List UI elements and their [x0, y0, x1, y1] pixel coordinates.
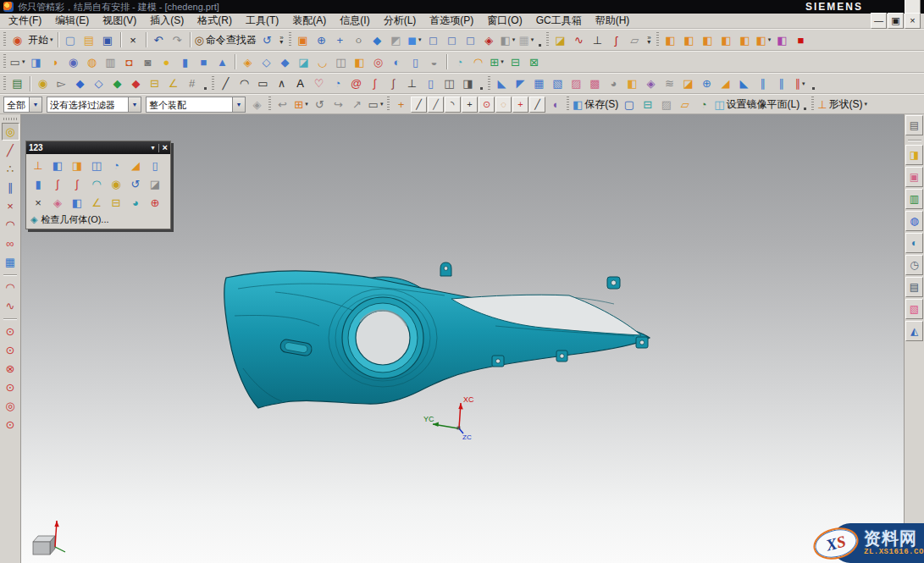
palette-item-examine-geometry[interactable]: ◈ 检查几何体(O)...	[26, 213, 170, 229]
cone-button[interactable]: ▲	[213, 53, 231, 71]
menu-tools[interactable]: 工具(T)	[239, 14, 285, 28]
redo-button[interactable]: ↷	[169, 31, 186, 49]
angle-dimension-button[interactable]: ∠	[164, 75, 182, 92]
palette-fan-button[interactable]: ◔	[107, 157, 125, 174]
menu-file[interactable]: 文件(F)	[2, 14, 48, 28]
move-object-button[interactable]: ◔	[694, 96, 712, 113]
snap-point-on-curve-toggle[interactable]: ╱	[529, 97, 545, 113]
sketch-task-environment-button[interactable]: ▤	[8, 75, 26, 92]
mirror-assembly-button[interactable]: ◧	[717, 31, 735, 49]
sheet-flip-button[interactable]: ◫	[440, 75, 458, 92]
rotate-button[interactable]: ○	[350, 31, 368, 49]
boss-button[interactable]: ◍	[83, 53, 101, 71]
display-mode-button[interactable]: ▢	[620, 96, 638, 113]
point-button[interactable]: ⊥	[403, 75, 421, 92]
circle-tool-2-button[interactable]: ⊙	[2, 341, 19, 359]
open-file-button[interactable]: ▤	[80, 31, 98, 49]
offset-surface-button[interactable]: ◎	[369, 53, 387, 71]
cylinder-button[interactable]: ▮	[176, 53, 194, 71]
fit-window-button[interactable]: ▣	[294, 31, 312, 49]
reorient-view-button[interactable]: ↺	[258, 31, 276, 49]
snap-midpoint-toggle[interactable]: ╱	[428, 97, 444, 113]
toolbar-grip[interactable]	[811, 97, 814, 112]
helix-button[interactable]: @	[347, 75, 365, 92]
bounded-plane-button[interactable]: ▨	[567, 75, 585, 92]
wireframe-dim-button[interactable]: ◻	[424, 31, 442, 49]
new-file-button[interactable]: ▢	[62, 31, 80, 49]
move-component-button[interactable]: ◧	[661, 31, 679, 49]
graphics-window[interactable]: XC YC ZC 123 ▾	[21, 114, 904, 563]
palette-pad-button[interactable]: ⊥	[29, 157, 47, 174]
polyline-button[interactable]: ∧	[273, 75, 290, 92]
delete-button[interactable]: ×	[124, 31, 142, 49]
offset-sheet-button[interactable]: ≋	[661, 75, 678, 92]
wireframe-all-button[interactable]: ◻	[443, 31, 461, 49]
pattern-component-button[interactable]: ◧	[699, 31, 717, 49]
palette-bridge-button[interactable]: ◠	[87, 175, 106, 193]
spline-2-button[interactable]: ∫	[385, 75, 402, 92]
undo-button[interactable]: ↶	[150, 31, 168, 49]
display-red-cube-button[interactable]: ■	[792, 31, 810, 49]
snap-point-add-button[interactable]: ⊞▾	[292, 96, 310, 113]
draft-button[interactable]: ▯	[407, 53, 424, 71]
dimension-button[interactable]: ⊟	[146, 75, 163, 92]
redo-pick-button[interactable]: ↪	[329, 96, 347, 113]
split-body-button[interactable]: ◧	[351, 53, 368, 71]
flag-green-button[interactable]: ◆	[108, 75, 126, 92]
menu-view[interactable]: 视图(V)	[96, 14, 143, 28]
arc-button[interactable]: ◠	[235, 75, 253, 92]
type-filter-combo[interactable]: 全部▼	[3, 97, 42, 113]
trim-body-button[interactable]: ◫	[332, 53, 350, 71]
toolbar-grip[interactable]	[3, 118, 17, 120]
toolbar-grip[interactable]	[3, 32, 6, 47]
image-capture-button[interactable]: ▨	[657, 96, 675, 113]
deselect-button[interactable]: ↗	[348, 96, 366, 113]
menu-assemblies[interactable]: 装配(A)	[285, 14, 333, 28]
snapshot-button[interactable]: ◩	[387, 31, 405, 49]
text-button[interactable]: A	[291, 75, 309, 92]
palette-ruler-button[interactable]: ∠	[87, 194, 106, 212]
mdi-restore-button[interactable]: ▣	[888, 13, 904, 29]
system-scenes-tab[interactable]: ◷	[905, 255, 923, 275]
headlight-bezel-model[interactable]	[224, 262, 650, 408]
extrude-button[interactable]: ◨	[27, 53, 45, 71]
tube-button[interactable]: ▯	[422, 75, 440, 92]
palette-block-pin-button[interactable]: ◧	[68, 194, 86, 212]
mirror-feature-3-button[interactable]: ∥▾	[791, 75, 809, 92]
boolean-remove-button[interactable]: ⊠	[525, 53, 543, 71]
system-materials-tab[interactable]: ▧	[905, 299, 923, 319]
menu-insert[interactable]: 插入(S)	[143, 14, 191, 28]
arc-tool-button[interactable]: ◠	[2, 216, 19, 234]
palette-fold-button[interactable]: ◢	[126, 157, 145, 174]
pan-button[interactable]: +	[331, 31, 349, 49]
snap-endpoint-toggle[interactable]: ╱	[411, 97, 427, 113]
palette-tube-button[interactable]: ▯	[146, 157, 164, 174]
shaded-with-edges-button[interactable]: ◼▾	[406, 31, 423, 49]
menu-preferences[interactable]: 首选项(P)	[423, 14, 480, 28]
internet-explorer-tab[interactable]: ◍	[905, 211, 923, 231]
sew-button[interactable]: ◪	[295, 53, 313, 71]
block-button[interactable]: ■	[195, 53, 213, 71]
art-spline-heart-button[interactable]: ♡	[310, 75, 328, 92]
palette-target-button[interactable]: ⊕	[146, 194, 164, 212]
assembly-navigator-tab[interactable]: ◨	[905, 145, 923, 165]
circle-tool-5-button[interactable]: ◎	[2, 397, 19, 415]
nx-logo-button[interactable]: ◉	[8, 31, 26, 49]
palette-key-button[interactable]: ◉	[107, 175, 125, 193]
save-button[interactable]: ▣	[99, 31, 117, 49]
four-point-surface-button[interactable]: ▩	[586, 75, 604, 92]
wave-link-lock-button[interactable]: ◎	[2, 123, 19, 141]
line-button[interactable]: ╱	[217, 75, 235, 92]
palette-sphere-button[interactable]: ◕	[126, 194, 145, 212]
history-tab[interactable]: ◐	[905, 233, 923, 253]
palette-dimension-button[interactable]: ⊟	[107, 194, 125, 212]
revolve-button[interactable]: ◑	[46, 53, 64, 71]
grid-button[interactable]: #	[183, 75, 201, 92]
perspective-button[interactable]: ◆	[368, 31, 386, 49]
pocket-button[interactable]: ▥	[102, 53, 119, 71]
menu-gc-toolbox[interactable]: GC工具箱	[529, 14, 589, 28]
enable-snap-point-button[interactable]: +	[392, 96, 410, 113]
art-spline-button[interactable]: ʃ	[607, 31, 625, 49]
sphere-button[interactable]: ●	[158, 53, 175, 71]
assembly-constraints-button[interactable]: ◧	[680, 31, 698, 49]
